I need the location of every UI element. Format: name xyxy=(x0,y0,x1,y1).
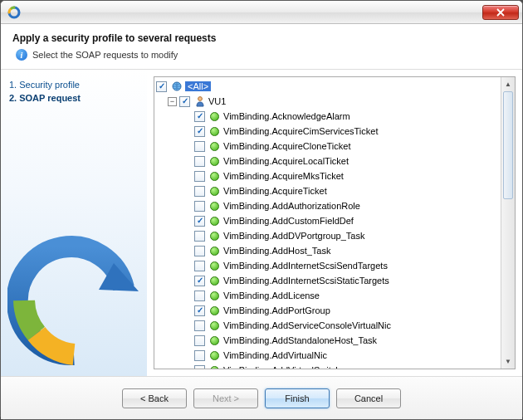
checkbox-item-5[interactable] xyxy=(194,186,205,197)
checkbox-item-9[interactable] xyxy=(194,246,205,256)
tree-row[interactable]: <All> xyxy=(156,79,499,94)
checkbox-item-2[interactable] xyxy=(194,141,205,152)
operation-icon xyxy=(210,291,219,300)
tree-row[interactable]: VimBinding.AddInternetScsiSendTargets xyxy=(156,258,499,273)
checkbox-item-3[interactable] xyxy=(194,156,205,167)
globe-icon xyxy=(172,81,182,91)
titlebar[interactable] xyxy=(1,1,522,24)
wizard-step-2[interactable]: 2. SOAP request xyxy=(9,91,139,105)
operation-icon xyxy=(210,351,219,360)
tree-item-label: VimBinding.AddServiceConsoleVirtualNic xyxy=(223,320,391,330)
operation-icon xyxy=(210,172,219,181)
operation-icon xyxy=(210,336,219,345)
tree-item-label: VimBinding.AddLicense xyxy=(223,291,320,300)
next-button: Next > xyxy=(193,388,258,408)
checkbox-item-17[interactable] xyxy=(194,365,205,369)
tree-row[interactable]: VimBinding.AcquireCloneTicket xyxy=(156,139,499,154)
tree-item-label: VimBinding.AddStandaloneHost_Task xyxy=(223,335,377,345)
operation-icon xyxy=(210,247,219,256)
button-bar: < Back Next > Finish Cancel xyxy=(1,376,522,419)
scroll-up-arrow[interactable]: ▲ xyxy=(501,77,515,91)
scroll-thumb[interactable] xyxy=(503,91,513,199)
operation-icon xyxy=(210,232,219,241)
tree-row[interactable]: VimBinding.AcquireLocalTicket xyxy=(156,154,499,168)
operation-icon xyxy=(210,321,219,330)
checkbox-item-11[interactable] xyxy=(194,276,205,286)
operation-icon xyxy=(210,306,219,315)
tree-item-label: VimBinding.AddDVPortgroup_Task xyxy=(223,231,364,241)
tree-container: <All>−VU1VimBinding.AcknowledgeAlarmVimB… xyxy=(154,76,516,369)
checkbox-item-0[interactable] xyxy=(194,111,205,122)
tree-item-label: VimBinding.AddVirtualNic xyxy=(223,350,327,360)
tree-row[interactable]: VimBinding.AcquireCimServicesTicket xyxy=(156,124,499,139)
page-subtitle: i Select the SOAP requests to modify xyxy=(12,49,511,61)
checkbox-item-10[interactable] xyxy=(194,261,205,271)
back-button[interactable]: < Back xyxy=(122,388,187,408)
tree-item-label: VimBinding.AddHost_Task xyxy=(223,246,330,256)
subtitle-text: Select the SOAP requests to modify xyxy=(32,50,178,60)
tree-row[interactable]: VimBinding.AddAuthorizationRole xyxy=(156,198,499,213)
checkbox-item-16[interactable] xyxy=(194,350,205,361)
tree-row[interactable]: VimBinding.AddVirtualSwitch xyxy=(156,363,499,369)
cancel-button[interactable]: Cancel xyxy=(336,388,401,408)
checkbox-item-15[interactable] xyxy=(194,335,205,346)
vertical-scrollbar[interactable]: ▲ ▼ xyxy=(501,77,515,369)
operation-icon xyxy=(210,112,219,121)
tree-item-label: VimBinding.AcquireMksTicket xyxy=(223,171,344,181)
tree-item-label: VimBinding.AddInternetScsiSendTargets xyxy=(223,261,388,271)
checkbox-item-7[interactable] xyxy=(194,216,205,227)
tree-item-label: VimBinding.AcquireCloneTicket xyxy=(223,141,350,151)
tree-row[interactable]: −VU1 xyxy=(156,94,499,109)
main-panel: <All>−VU1VimBinding.AcknowledgeAlarmVimB… xyxy=(147,70,522,376)
checkbox-item-1[interactable] xyxy=(194,126,205,137)
tree-item-label: VimBinding.AddAuthorizationRole xyxy=(223,201,360,211)
tree-row[interactable]: VimBinding.AcquireTicket xyxy=(156,183,499,198)
checkbox-item-6[interactable] xyxy=(194,201,205,212)
app-icon xyxy=(7,6,21,19)
operation-icon xyxy=(210,202,219,211)
scroll-down-arrow[interactable]: ▼ xyxy=(501,354,515,369)
close-button[interactable] xyxy=(482,5,519,20)
tree-vu-label: VU1 xyxy=(208,96,226,106)
info-icon: i xyxy=(16,49,27,61)
checkbox-item-4[interactable] xyxy=(194,171,205,182)
header-panel: Apply a security profile to several requ… xyxy=(1,24,522,70)
decorative-arrow-icon xyxy=(7,205,140,371)
tree-item-label: VimBinding.AcquireLocalTicket xyxy=(223,156,349,166)
tree-item-label: VimBinding.AddCustomFieldDef xyxy=(223,216,354,226)
finish-button[interactable]: Finish xyxy=(265,388,330,408)
expand-toggle[interactable]: − xyxy=(168,97,177,106)
tree-row[interactable]: VimBinding.AcquireMksTicket xyxy=(156,168,499,183)
tree-item-label: VimBinding.AcknowledgeAlarm xyxy=(223,111,350,121)
tree-row[interactable]: VimBinding.AddCustomFieldDef xyxy=(156,213,499,228)
wizard-step-1[interactable]: 1. Security profile xyxy=(9,78,139,91)
checkbox-item-14[interactable] xyxy=(194,320,205,331)
checkbox-item-8[interactable] xyxy=(194,231,205,242)
checkbox-item-13[interactable] xyxy=(194,305,205,316)
tree-row[interactable]: VimBinding.AddServiceConsoleVirtualNic xyxy=(156,318,499,333)
svg-point-2 xyxy=(198,97,203,101)
user-icon xyxy=(195,95,205,107)
tree-item-label: VimBinding.AddPortGroup xyxy=(223,305,330,315)
checkbox-vu1[interactable] xyxy=(179,96,190,107)
checkbox-item-12[interactable] xyxy=(194,291,205,301)
tree-item-label: VimBinding.AcquireCimServicesTicket xyxy=(223,126,378,136)
tree-row[interactable]: VimBinding.AcknowledgeAlarm xyxy=(156,109,499,124)
tree-row[interactable]: VimBinding.AddPortGroup xyxy=(156,303,499,318)
tree-row[interactable]: VimBinding.AddLicense xyxy=(156,288,499,303)
checkbox-all[interactable] xyxy=(156,81,167,92)
tree-row[interactable]: VimBinding.AddDVPortgroup_Task xyxy=(156,228,499,243)
operation-icon xyxy=(210,276,219,286)
tree-row[interactable]: VimBinding.AddStandaloneHost_Task xyxy=(156,333,499,348)
operation-icon xyxy=(210,261,219,271)
tree-row[interactable]: VimBinding.AddInternetScsiStaticTargets xyxy=(156,273,499,288)
operation-icon xyxy=(210,187,219,196)
tree-row[interactable]: VimBinding.AddVirtualNic xyxy=(156,348,499,363)
operation-icon xyxy=(210,157,219,166)
tree-row[interactable]: VimBinding.AddHost_Task xyxy=(156,243,499,258)
tree-item-label: VimBinding.AcquireTicket xyxy=(223,186,327,196)
page-title: Apply a security profile to several requ… xyxy=(12,32,511,44)
tree-view[interactable]: <All>−VU1VimBinding.AcknowledgeAlarmVimB… xyxy=(154,77,501,369)
operation-icon xyxy=(210,366,219,369)
tree-item-label: VimBinding.AddInternetScsiStaticTargets xyxy=(223,276,389,286)
